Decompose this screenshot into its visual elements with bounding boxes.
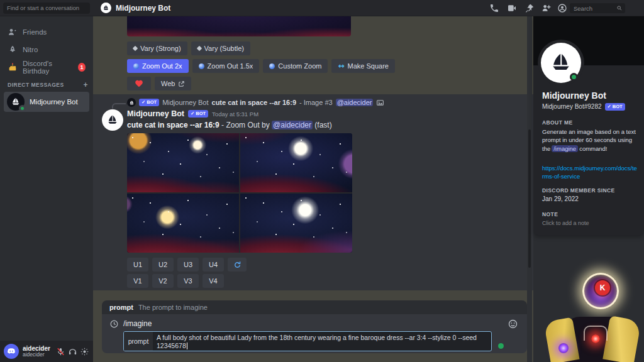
terms-of-service-link[interactable]: https://docs.midjourney.com/docs/terms-o… [542, 165, 638, 181]
discord-logo-icon [6, 346, 16, 356]
sailboat-icon [11, 97, 21, 107]
prompt-input[interactable]: prompt A full body shot of beautiful Lad… [123, 331, 492, 351]
upscale-u3-button[interactable]: U3 [177, 258, 199, 272]
variation-button-row: V1 V2 V3 V4 [127, 274, 224, 288]
user-panel: aidecider aidecider [0, 341, 93, 362]
create-dm-icon[interactable]: + [83, 82, 88, 88]
emoji-picker-icon[interactable] [508, 319, 518, 329]
add-friends-to-dm-icon[interactable] [541, 3, 551, 13]
conversation-search-button[interactable]: Find or start a conversation [3, 3, 90, 14]
midjourney-avatar-large[interactable] [102, 109, 123, 131]
dm-avatar-wrap [7, 93, 25, 111]
hint-option-name: prompt [109, 304, 133, 311]
button-label: Zoom Out 1.5x [208, 62, 253, 70]
zoom-emoji-icon [269, 63, 275, 69]
check-icon: ✓ [142, 100, 145, 105]
button-label: Make Square [347, 62, 388, 70]
zoom-emoji-icon [199, 63, 204, 69]
direct-messages-header: DIRECT MESSAGES + [8, 82, 88, 88]
friends-icon [8, 27, 18, 37]
reroll-button[interactable] [228, 258, 247, 272]
message-timestamp: Today at 5:31 PM [212, 111, 258, 118]
user-mention[interactable]: @aidecider [336, 99, 374, 106]
upscale-u4-button[interactable]: U4 [203, 258, 224, 272]
grid-image-2[interactable] [240, 133, 352, 192]
check-icon: ✓ [191, 111, 194, 116]
generated-image-grid[interactable] [127, 133, 352, 253]
previous-image-attachment[interactable] [127, 16, 351, 36]
pinned-messages-icon[interactable] [525, 3, 535, 13]
grid-image-4[interactable] [240, 194, 352, 253]
about-me-text: Generate an image based on a text prompt… [542, 128, 638, 153]
sparkle-icon [196, 46, 201, 51]
user-names: aidecider aidecider [23, 345, 50, 358]
custom-zoom-button[interactable]: Custom Zoom [263, 59, 328, 73]
profile-name: Midjourney Bot [542, 90, 606, 101]
scrollbar-thumb[interactable] [528, 129, 531, 268]
message-header: Midjourney Bot ✓BOT Today at 5:31 PM [127, 109, 258, 118]
search-placeholder: Search [574, 5, 616, 12]
grid-image-1[interactable] [127, 133, 239, 192]
grid-image-3[interactable] [127, 194, 239, 253]
channel-title: Midjourney Bot [116, 4, 170, 13]
profile-card: Midjourney Bot Midjourney Bot#9282 ✓BOT … [533, 16, 644, 235]
text-caret [187, 343, 188, 349]
user-status-text: aidecider [23, 352, 50, 358]
video-call-icon[interactable] [507, 3, 517, 13]
heart-reaction-button[interactable] [127, 77, 151, 90]
about-me-header: ABOUT ME [542, 119, 573, 126]
note-input[interactable]: Click to add a note [542, 220, 589, 226]
sailboat-icon [106, 114, 119, 126]
chat-scrollbar[interactable] [527, 16, 532, 362]
message-composer: /imagine prompt A full body shot of beau… [102, 314, 527, 353]
zoom-button-row: Zoom Out 2x Zoom Out 1.5x Custom Zoom ↔M… [127, 59, 395, 73]
member-since-header: DISCORD MEMBER SINCE [542, 187, 615, 194]
profile-tag: Midjourney Bot#9282 [542, 103, 602, 110]
variation-v3-button[interactable]: V3 [177, 274, 199, 288]
reply-spine [112, 103, 126, 109]
user-profile-toggle-icon[interactable] [557, 3, 567, 13]
member-since-date: Jan 29, 2022 [542, 195, 579, 202]
prompt-text: A full body shot of beautiful Lady from … [157, 334, 477, 349]
make-square-button[interactable]: ↔Make Square [331, 59, 395, 73]
variation-v1-button[interactable]: V1 [127, 274, 148, 288]
about-text-after: command! [579, 145, 607, 152]
reply-reference[interactable]: ✓BOT Midjourney Bot cute cat in space --… [127, 98, 384, 107]
sidebar-item-nitro[interactable]: Nitro [4, 41, 89, 58]
profile-tag-row: Midjourney Bot#9282 ✓BOT [542, 103, 625, 111]
sidebar-item-friends[interactable]: Friends [4, 24, 89, 40]
zoom-out-2x-button[interactable]: Zoom Out 2x [127, 59, 189, 73]
vary-subtle-button[interactable]: Vary (Subtle) [191, 41, 250, 55]
button-label: Vary (Subtle) [204, 45, 244, 52]
user-mention[interactable]: @aidecider [272, 121, 313, 129]
variation-v4-button[interactable]: V4 [203, 274, 224, 288]
bot-badge: ✓BOT [188, 110, 208, 118]
button-label: Web [161, 80, 175, 87]
bot-badge-label: BOT [613, 104, 623, 109]
search-box[interactable]: Search [570, 3, 625, 13]
dm-item-label: Midjourney Bot [30, 98, 78, 106]
clock-icon [109, 319, 119, 329]
user-avatar[interactable] [4, 344, 19, 359]
hint-option-description: The prompt to imagine [138, 304, 208, 311]
vary-button-row: Vary (Strong) Vary (Subtle) [127, 41, 250, 55]
mute-mic-icon[interactable] [56, 347, 65, 356]
upscale-button-row: U1 U2 U3 U4 [127, 258, 247, 272]
prompt-input-value[interactable]: A full body shot of beautiful Lady from … [153, 332, 491, 351]
voice-call-icon[interactable] [489, 3, 499, 13]
deafen-icon[interactable] [68, 347, 77, 356]
vary-strong-button[interactable]: Vary (Strong) [127, 41, 187, 55]
web-button[interactable]: Web [155, 77, 191, 90]
settings-gear-icon[interactable] [80, 347, 89, 356]
arrows-icon: ↔ [338, 62, 344, 70]
dm-item-midjourney-bot[interactable]: Midjourney Bot [4, 92, 89, 112]
variation-v2-button[interactable]: V2 [152, 274, 174, 288]
command-name: /imagine [123, 319, 152, 328]
upscale-u2-button[interactable]: U2 [152, 258, 174, 272]
sidebar-item-birthday[interactable]: Discord's Birthday 1 [4, 59, 89, 75]
zoom-out-1-5x-button[interactable]: Zoom Out 1.5x [192, 59, 260, 73]
upscale-u1-button[interactable]: U1 [127, 258, 148, 272]
check-icon: ✓ [608, 104, 611, 109]
message-author[interactable]: Midjourney Bot [127, 109, 184, 118]
online-status-dot [570, 73, 578, 81]
